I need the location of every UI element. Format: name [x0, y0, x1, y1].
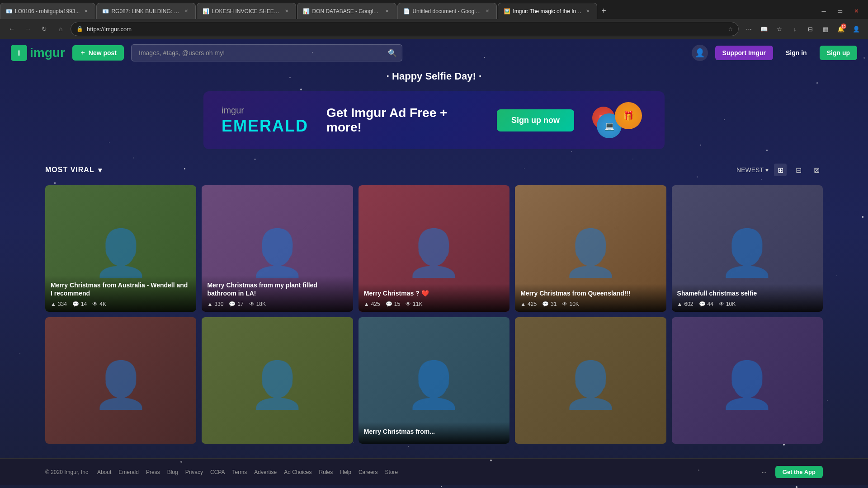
browser-tab-tab4[interactable]: 📊 DON DATABASE - Google She... ✕	[297, 3, 396, 19]
refresh-button[interactable]: ↻	[38, 23, 51, 35]
image-card-card7[interactable]: 👤	[202, 317, 353, 444]
search-button[interactable]: 🔍	[388, 49, 397, 57]
bookmark-icon[interactable]: ☆	[728, 26, 733, 32]
browser-tab-tab1[interactable]: 📧 LO0106 - rohitgupta1993... ✕	[0, 3, 95, 19]
footer-link-ad-choices[interactable]: Ad Choices	[284, 469, 311, 475]
tab-close-tab6[interactable]: ✕	[584, 8, 591, 15]
views-count-card5: 10K	[726, 301, 736, 307]
comment-count-card5: 44	[708, 301, 713, 307]
footer-link-advertise[interactable]: Advertise	[254, 469, 277, 475]
close-button[interactable]: ✕	[850, 5, 863, 17]
bookmark-current-button[interactable]: ☆	[773, 23, 786, 35]
tab-close-tab3[interactable]: ✕	[283, 8, 290, 15]
content-area: MOST VIRAL ▾ NEWEST ▾ ⊞ ⊟ ⊠ 👤Merry Chris…	[0, 155, 868, 458]
signup-label: Sign up	[827, 49, 850, 56]
promo-signup-button[interactable]: Sign up now	[497, 109, 574, 131]
tab-close-tab4[interactable]: ✕	[383, 8, 391, 15]
notifications-button[interactable]: 🔔 15	[835, 23, 847, 35]
new-tab-button[interactable]: +	[597, 5, 610, 17]
footer-link-store[interactable]: Store	[385, 469, 398, 475]
address-bar[interactable]: 🔒 https://imgur.com ☆	[71, 22, 739, 36]
footer-link-ccpa[interactable]: CCPA	[210, 469, 225, 475]
get-app-button[interactable]: Get the App	[775, 466, 823, 478]
tab-label-tab4: DON DATABASE - Google She...	[312, 8, 381, 14]
views-icon-card1: 👁	[92, 301, 98, 307]
back-button[interactable]: ←	[5, 23, 18, 35]
imgur-logo-icon: i	[11, 45, 27, 61]
reader-view-button[interactable]: 📖	[758, 23, 770, 35]
sidebar-button[interactable]: ▦	[819, 23, 832, 35]
tab-close-tab5[interactable]: ✕	[484, 8, 491, 15]
forward-button[interactable]: →	[22, 23, 34, 35]
footer-link-rules[interactable]: Rules	[319, 469, 333, 475]
image-card-card1[interactable]: 👤Merry Christmas from Australia - Wendel…	[45, 185, 196, 312]
footer-link-press[interactable]: Press	[146, 469, 160, 475]
search-input[interactable]	[131, 44, 402, 61]
promo-headline: Get Imgur Ad Free + more!	[326, 106, 479, 135]
browser-tab-tab2[interactable]: 📧 RG087: LINK BUILDING: CB N... ✕	[96, 3, 196, 19]
imgur-logo[interactable]: i imgur	[11, 45, 65, 61]
minimize-button[interactable]: ─	[817, 5, 830, 17]
view-large-button[interactable]: ⊞	[774, 164, 787, 176]
synced-tabs-button[interactable]: ⊟	[804, 23, 816, 35]
downloads-button[interactable]: ↓	[788, 23, 801, 35]
browser-tab-tab6[interactable]: 🖼️ Imgur: The magic of the Intern... ✕	[498, 3, 597, 19]
footer-link-privacy[interactable]: Privacy	[185, 469, 203, 475]
newest-label: NEWEST	[736, 166, 764, 174]
footer-link-careers[interactable]: Careers	[359, 469, 378, 475]
nav-right-controls: ⋯ 📖 ☆ ↓ ⊟ ▦ 🔔 15 👤	[742, 23, 863, 35]
restore-button[interactable]: ▭	[834, 5, 846, 17]
plus-icon: ＋	[80, 49, 86, 57]
image-card-card4[interactable]: 👤Merry Christmas from Queensland!!! ▲ 42…	[515, 185, 666, 312]
signup-button[interactable]: Sign up	[820, 46, 857, 60]
footer-link-blog[interactable]: Blog	[167, 469, 178, 475]
card-comments-card4: 💬 31	[542, 301, 557, 307]
image-card-card6[interactable]: 👤	[45, 317, 196, 444]
tab-close-tab2[interactable]: ✕	[183, 8, 190, 15]
image-card-card3[interactable]: 👤Merry Christmas ? ❤️ ▲ 425 💬 15 👁 11K	[359, 185, 509, 312]
new-post-label: New post	[89, 49, 117, 56]
card-title-card1: Merry Christmas from Australia - Wendell…	[51, 281, 191, 297]
views-icon-card3: 👁	[406, 301, 411, 307]
card-stats-card4: ▲ 425 💬 31 👁 10K	[520, 301, 660, 307]
image-grid-top: 👤Merry Christmas from Australia - Wendel…	[45, 185, 823, 312]
card-views-card4: 👁 10K	[562, 301, 579, 307]
new-post-button[interactable]: ＋ New post	[72, 45, 124, 61]
footer-link-terms[interactable]: Terms	[232, 469, 247, 475]
image-card-card8[interactable]: 👤Merry Christmas from...	[359, 317, 509, 444]
promo-logo: imgur EMERALD	[222, 105, 308, 136]
viral-filter-dropdown[interactable]: MOST VIRAL ▾	[45, 166, 102, 174]
tab-favicon-tab1: 📧	[6, 8, 12, 14]
promo-signup-label: Sign up now	[511, 116, 560, 125]
upvote-count-card4: 425	[528, 301, 537, 307]
extensions-button[interactable]: ⋯	[742, 23, 755, 35]
footer-link-about[interactable]: About	[97, 469, 111, 475]
view-controls: NEWEST ▾ ⊞ ⊟ ⊠	[736, 164, 823, 176]
card-title-card4: Merry Christmas from Queensland!!!	[520, 289, 660, 297]
view-small-button[interactable]: ⊠	[810, 164, 823, 176]
views-count-card3: 11K	[413, 301, 422, 307]
home-button[interactable]: ⌂	[54, 23, 67, 35]
views-count-card2: 18K	[256, 301, 266, 307]
support-imgur-button[interactable]: Support Imgur	[715, 46, 773, 60]
tab-close-tab1[interactable]: ✕	[82, 8, 90, 15]
card-comments-card5: 💬 44	[699, 301, 713, 307]
card-image-card10: 👤	[672, 317, 823, 444]
footer-link-emerald[interactable]: Emerald	[118, 469, 139, 475]
browser-tab-tab3[interactable]: 📊 LOKESH INVOICE SHEET - Go... ✕	[197, 3, 296, 19]
newest-dropdown[interactable]: NEWEST ▾	[736, 166, 769, 174]
view-medium-button[interactable]: ⊟	[792, 164, 805, 176]
card-upvotes-card5: ▲ 602	[677, 301, 693, 307]
profile-button[interactable]: 👤	[850, 23, 863, 35]
signin-button[interactable]: Sign in	[780, 46, 812, 60]
image-card-card10[interactable]: 👤	[672, 317, 823, 444]
user-icon-button[interactable]: 👤	[692, 45, 708, 61]
browser-tab-tab5[interactable]: 📄 Untitled document - Google... ✕	[397, 3, 497, 19]
signin-label: Sign in	[786, 49, 807, 56]
image-card-card2[interactable]: 👤Merry Christmas from my plant filled ba…	[202, 185, 353, 312]
card-image-card6: 👤	[45, 317, 196, 444]
image-card-card9[interactable]: 👤	[515, 317, 666, 444]
footer-link-help[interactable]: Help	[340, 469, 351, 475]
image-card-card5[interactable]: 👤Shamefull christmas selfie ▲ 602 💬 44 👁…	[672, 185, 823, 312]
card-info-card5: Shamefull christmas selfie ▲ 602 💬 44 👁 …	[672, 284, 823, 312]
